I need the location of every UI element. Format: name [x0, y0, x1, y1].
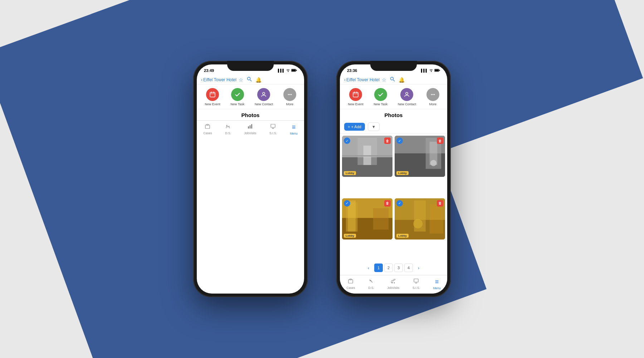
- photo-delete-2[interactable]: 🗑: [437, 137, 443, 144]
- tab-bar-right: Cases D.S. JobVisits: [340, 275, 447, 294]
- bell-icon-right[interactable]: 🔔: [399, 77, 405, 83]
- cases-label-left: Cases: [203, 131, 212, 135]
- notch-right: [370, 61, 417, 71]
- bell-icon-left[interactable]: 🔔: [255, 77, 262, 83]
- tab-ds-left[interactable]: D.S.: [225, 124, 231, 135]
- new-event-btn-right[interactable]: New Event: [348, 88, 364, 106]
- svg-rect-18: [251, 124, 252, 129]
- star-icon-right[interactable]: ☆: [382, 77, 386, 83]
- svg-point-59: [392, 282, 393, 284]
- page-1-button[interactable]: 1: [374, 263, 383, 272]
- more-label-left: More: [286, 102, 293, 106]
- new-task-icon-right: [374, 88, 387, 101]
- status-icons-right: ▌▌▌: [421, 68, 440, 73]
- tab-jobvisits-right[interactable]: JobVisits: [387, 278, 399, 290]
- menu-label-right: Menu: [433, 286, 440, 290]
- tab-jobvisits-left[interactable]: JobVisits: [244, 124, 256, 135]
- new-task-btn-left[interactable]: New Task: [230, 88, 244, 106]
- pagination: ‹ 1 2 3 4 ›: [340, 261, 447, 275]
- photo-delete-4[interactable]: 🗑: [437, 200, 443, 207]
- new-contact-btn-left[interactable]: New Contact: [255, 88, 273, 106]
- phone-left: 23:49 ▌▌▌ ‹ Eiffel Tower Hotel: [193, 61, 308, 297]
- svg-point-34: [434, 94, 435, 95]
- new-event-label-right: New Event: [348, 102, 364, 106]
- tab-sis-right[interactable]: S.I.S.: [413, 278, 420, 290]
- photo-check-1[interactable]: ✓: [344, 137, 350, 144]
- new-event-btn-left[interactable]: New Event: [205, 88, 220, 106]
- search-icon-left[interactable]: [247, 77, 252, 83]
- nav-title-right: Eiffel Tower Hotel: [346, 77, 380, 82]
- new-contact-icon-right: [400, 88, 413, 101]
- svg-rect-61: [414, 279, 418, 282]
- jobvisits-icon-right: [390, 278, 396, 285]
- signal-icon-right: ▌▌▌: [421, 69, 428, 72]
- filter-button[interactable]: ▼: [368, 122, 380, 131]
- jobvisits-icon-left: [247, 124, 253, 131]
- svg-point-54: [413, 219, 423, 228]
- svg-point-10: [288, 94, 289, 95]
- svg-point-11: [289, 94, 290, 95]
- new-event-icon-right: [349, 88, 362, 101]
- svg-rect-2: [296, 70, 297, 71]
- page-4-button[interactable]: 4: [404, 263, 413, 272]
- ds-label-left: D.S.: [225, 131, 231, 135]
- add-button[interactable]: + + Add: [344, 123, 365, 131]
- photo-delete-3[interactable]: 🗑: [384, 200, 391, 207]
- new-contact-btn-right[interactable]: New Contact: [398, 88, 416, 106]
- add-plus-icon: +: [348, 125, 350, 129]
- photo-check-4[interactable]: ✓: [396, 200, 403, 207]
- nav-icons-right: ☆ 🔔: [382, 77, 405, 83]
- photo-card-2[interactable]: ✓ 🗑 Lobby: [395, 136, 445, 177]
- photo-check-2[interactable]: ✓: [396, 137, 403, 144]
- menu-label-left: Menu: [290, 132, 297, 135]
- page-title-left: Photos: [197, 109, 304, 120]
- page-next-button[interactable]: ›: [414, 263, 423, 272]
- tab-menu-right[interactable]: ≡ Menu: [433, 278, 440, 290]
- tab-cases-left[interactable]: Cases: [203, 124, 212, 135]
- photo-card-1[interactable]: ✓ 🗑 Lobby: [342, 136, 392, 177]
- svg-line-4: [250, 80, 252, 81]
- more-label-right: More: [429, 102, 436, 106]
- svg-point-25: [390, 77, 393, 80]
- battery-icon-left: [291, 69, 297, 73]
- nav-bar-right: ‹ Eiffel Tower Hotel ☆ 🔔: [340, 75, 447, 84]
- svg-point-9: [263, 92, 265, 95]
- photo-card-3[interactable]: ✓ 🗑 Lobby: [342, 198, 392, 240]
- page-prev-button[interactable]: ‹: [364, 263, 373, 272]
- page-2-button[interactable]: 2: [384, 263, 393, 272]
- more-btn-left[interactable]: More: [283, 88, 296, 106]
- tab-bar-left: Cases D.S. JobVisits: [197, 120, 304, 139]
- more-btn-right[interactable]: More: [426, 88, 439, 106]
- back-button-left[interactable]: ‹ Eiffel Tower Hotel: [201, 77, 236, 82]
- search-icon-right[interactable]: [390, 77, 395, 83]
- page-title-right: Photos: [340, 109, 447, 120]
- more-icon-left: [283, 88, 296, 101]
- tab-menu-left[interactable]: ≡ Menu: [290, 124, 297, 135]
- tab-ds-right[interactable]: D.S.: [368, 278, 374, 290]
- tab-cases-right[interactable]: Cases: [346, 278, 355, 290]
- star-icon-left[interactable]: ☆: [239, 77, 243, 83]
- svg-rect-27: [353, 92, 358, 97]
- svg-rect-16: [248, 126, 249, 129]
- new-event-icon-left: [206, 88, 219, 101]
- tab-sis-left[interactable]: S.I.S.: [269, 124, 277, 135]
- new-task-btn-right[interactable]: New Task: [374, 88, 387, 106]
- svg-rect-1: [292, 69, 296, 71]
- svg-rect-24: [439, 70, 440, 71]
- menu-icon-right: ≡: [435, 278, 439, 286]
- photo-label-2: Lobby: [396, 171, 409, 175]
- nav-title-left: Eiffel Tower Hotel: [203, 77, 236, 82]
- new-contact-icon-left: [257, 88, 270, 101]
- new-task-label-right: New Task: [374, 102, 387, 106]
- photo-check-3[interactable]: ✓: [344, 200, 350, 207]
- svg-rect-39: [342, 155, 392, 156]
- back-button-right[interactable]: ‹ Eiffel Tower Hotel: [344, 77, 380, 82]
- phone-left-screen: 23:49 ▌▌▌ ‹ Eiffel Tower Hotel: [197, 64, 304, 294]
- photo-label-3: Lobby: [344, 234, 356, 238]
- page-3-button[interactable]: 3: [394, 263, 403, 272]
- cases-label-right: Cases: [346, 286, 355, 290]
- photo-card-4[interactable]: ✓ 🗑 Lobby: [395, 198, 445, 240]
- photo-delete-1[interactable]: 🗑: [384, 137, 391, 144]
- wifi-icon-left: [286, 68, 290, 73]
- svg-point-15: [226, 125, 227, 126]
